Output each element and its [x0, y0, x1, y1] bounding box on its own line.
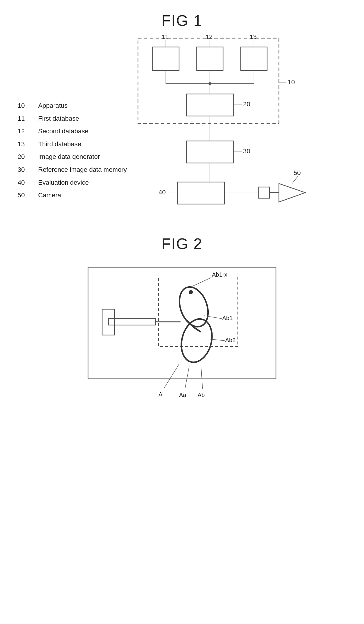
svg-point-41	[189, 290, 193, 294]
legend-text-13: Third database	[38, 138, 81, 150]
svg-text:20: 20	[243, 100, 250, 108]
legend-text-20: Image data generator	[38, 151, 100, 163]
legend-text-11: First database	[38, 113, 79, 125]
legend-num-30: 30	[18, 164, 29, 176]
legend-row-12: 12 Second database	[18, 125, 129, 137]
fig1-diagram-area: 10 11 12 13	[129, 35, 364, 211]
legend-row-20: 20 Image data generator	[18, 151, 129, 163]
label-ab1x: Ab1-x	[212, 271, 227, 278]
label-Ab: Ab	[198, 392, 205, 398]
fig1-container: 10 Apparatus 11 First database 12 Second…	[0, 35, 364, 211]
legend-text-40: Evaluation device	[38, 177, 89, 189]
legend-num-40: 40	[18, 177, 29, 189]
svg-text:12: 12	[205, 35, 213, 41]
legend-num-20: 20	[18, 151, 29, 163]
svg-text:40: 40	[159, 189, 166, 196]
svg-point-39	[174, 283, 213, 331]
legend-text-12: Second database	[38, 125, 88, 137]
svg-rect-30	[258, 187, 269, 198]
legend: 10 Apparatus 11 First database 12 Second…	[18, 100, 129, 211]
legend-num-10: 10	[18, 100, 29, 112]
svg-line-48	[201, 367, 203, 389]
svg-point-40	[177, 316, 216, 366]
svg-line-47	[185, 366, 189, 389]
legend-text-10: Apparatus	[38, 100, 68, 112]
fig1-title: FIG 1	[0, 0, 364, 29]
svg-line-46	[164, 364, 179, 388]
label-Aa: Aa	[179, 392, 186, 398]
legend-row-10: 10 Apparatus	[18, 100, 129, 112]
legend-num-13: 13	[18, 138, 29, 150]
legend-num-50: 50	[18, 189, 29, 201]
label-ab2: Ab2	[225, 337, 236, 343]
legend-text-30: Reference image data memory	[38, 164, 127, 176]
legend-row-50: 50 Camera	[18, 189, 129, 201]
svg-rect-0	[138, 38, 279, 123]
legend-text-50: Camera	[38, 189, 61, 201]
svg-rect-22	[186, 141, 233, 163]
svg-text:11: 11	[161, 35, 168, 41]
svg-text:50: 50	[294, 169, 301, 176]
fig2-diagram: Ab1-x Ab1 Ab2 A Aa Ab	[79, 261, 285, 402]
label-A: A	[159, 391, 163, 398]
legend-row-30: 30 Reference image data memory	[18, 164, 129, 176]
svg-text:10: 10	[288, 78, 295, 86]
svg-marker-32	[279, 184, 305, 202]
label-ab1: Ab1	[222, 315, 233, 321]
fig1-svg: 10 11 12 13	[129, 35, 329, 217]
legend-row-11: 11 First database	[18, 113, 129, 125]
svg-rect-18	[186, 94, 233, 116]
svg-rect-37	[109, 319, 156, 325]
svg-rect-3	[153, 47, 179, 70]
page: FIG 1 10 Apparatus 11 First database 12 …	[0, 0, 364, 624]
fig2-title: FIG 2	[161, 235, 203, 253]
svg-text:13: 13	[250, 35, 257, 41]
legend-row-40: 40 Evaluation device	[18, 177, 129, 189]
svg-line-43	[192, 277, 211, 286]
fig2-section: FIG 2	[0, 235, 364, 402]
svg-text:30: 30	[243, 147, 250, 155]
svg-rect-5	[241, 47, 267, 70]
fig2-svg: Ab1-x Ab1 Ab2 A Aa Ab	[79, 261, 285, 402]
svg-rect-35	[88, 267, 276, 379]
legend-num-11: 11	[18, 113, 29, 125]
svg-rect-26	[178, 182, 225, 204]
svg-rect-4	[197, 47, 223, 70]
svg-line-33	[292, 176, 298, 184]
legend-row-13: 13 Third database	[18, 138, 129, 150]
legend-num-12: 12	[18, 125, 29, 137]
svg-rect-36	[159, 276, 238, 347]
